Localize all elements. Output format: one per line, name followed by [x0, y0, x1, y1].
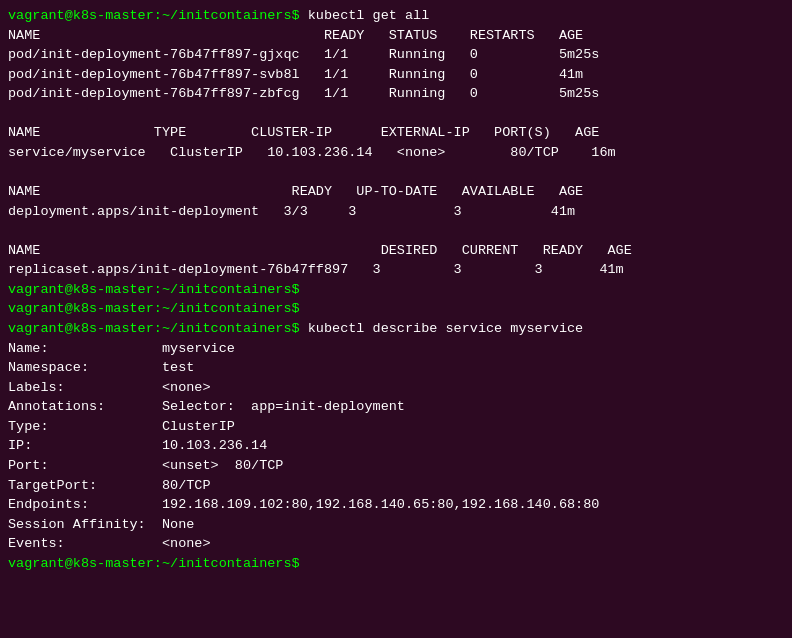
prompt: vagrant@k8s-master:~/initcontainers$ [8, 8, 308, 23]
terminal-line: pod/init-deployment-76b47ff897-svb8l 1/1… [8, 65, 784, 85]
terminal-line: pod/init-deployment-76b47ff897-zbfcg 1/1… [8, 84, 784, 104]
terminal-line: Port: <unset> 80/TCP [8, 456, 784, 476]
terminal-line: Name: myservice [8, 339, 784, 359]
terminal-line: vagrant@k8s-master:~/initcontainers$ [8, 554, 784, 574]
prompt: vagrant@k8s-master:~/initcontainers$ [8, 556, 308, 571]
empty-line [8, 163, 784, 183]
prompt: vagrant@k8s-master:~/initcontainers$ [8, 321, 308, 336]
command: kubectl describe service myservice [308, 321, 583, 336]
terminal-line: pod/init-deployment-76b47ff897-gjxqc 1/1… [8, 45, 784, 65]
empty-line [8, 221, 784, 241]
terminal-line: vagrant@k8s-master:~/initcontainers$ kub… [8, 319, 784, 339]
terminal-line: TargetPort: 80/TCP [8, 476, 784, 496]
terminal-line: NAME READY STATUS RESTARTS AGE [8, 26, 784, 46]
terminal-line: replicaset.apps/init-deployment-76b47ff8… [8, 260, 784, 280]
terminal-window: vagrant@k8s-master:~/initcontainers$ kub… [0, 0, 792, 638]
terminal-line: NAME DESIRED CURRENT READY AGE [8, 241, 784, 261]
command: kubectl get all [308, 8, 430, 23]
terminal-line: vagrant@k8s-master:~/initcontainers$ [8, 299, 784, 319]
terminal-line: Labels: <none> [8, 378, 784, 398]
terminal-line: Session Affinity: None [8, 515, 784, 535]
terminal-line: Namespace: test [8, 358, 784, 378]
terminal-line: NAME TYPE CLUSTER-IP EXTERNAL-IP PORT(S)… [8, 123, 784, 143]
terminal-line: Endpoints: 192.168.109.102:80,192.168.14… [8, 495, 784, 515]
terminal-line: service/myservice ClusterIP 10.103.236.1… [8, 143, 784, 163]
terminal-line: deployment.apps/init-deployment 3/3 3 3 … [8, 202, 784, 222]
terminal-line: Events: <none> [8, 534, 784, 554]
terminal-line: vagrant@k8s-master:~/initcontainers$ [8, 280, 784, 300]
empty-line [8, 104, 784, 124]
terminal-line: NAME READY UP-TO-DATE AVAILABLE AGE [8, 182, 784, 202]
terminal-line: Type: ClusterIP [8, 417, 784, 437]
terminal-line: Annotations: Selector: app=init-deployme… [8, 397, 784, 417]
terminal-line: IP: 10.103.236.14 [8, 436, 784, 456]
terminal-line: vagrant@k8s-master:~/initcontainers$ kub… [8, 6, 784, 26]
prompt: vagrant@k8s-master:~/initcontainers$ [8, 282, 308, 297]
prompt: vagrant@k8s-master:~/initcontainers$ [8, 301, 308, 316]
